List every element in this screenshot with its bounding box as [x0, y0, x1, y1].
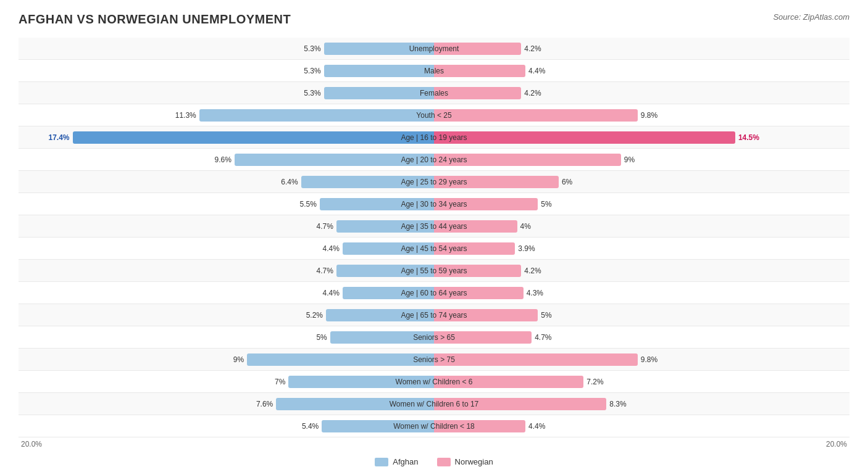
- chart-row: 6.4% Age | 25 to 29 years 6%: [19, 171, 849, 193]
- afghan-value: 5.4%: [302, 422, 322, 431]
- right-section: 4%: [434, 215, 849, 237]
- afghan-swatch: [375, 458, 388, 466]
- right-section: 6%: [434, 171, 849, 192]
- afghan-bar: 9%: [247, 353, 434, 366]
- right-section: 9.8%: [434, 349, 849, 370]
- right-section: 14.5%: [434, 126, 849, 148]
- norwegian-bar: 4.2%: [434, 265, 521, 277]
- left-section: 4.4%: [19, 238, 434, 259]
- chart-row: 4.7% Age | 55 to 59 years 4.2%: [19, 260, 849, 282]
- norwegian-bar: 4%: [434, 220, 517, 233]
- norwegian-value: 7.2%: [583, 378, 603, 386]
- afghan-value: 5.3%: [304, 89, 323, 97]
- afghan-value: 9.6%: [215, 155, 235, 164]
- afghan-bar: 6.4%: [301, 176, 434, 188]
- norwegian-bar: 5%: [434, 198, 538, 210]
- right-section: 8.3%: [434, 393, 849, 415]
- afghan-bar: 5.3%: [324, 87, 434, 99]
- bar-container: 9% Seniors > 75 9.8%: [19, 349, 849, 370]
- left-section: 4.4%: [19, 282, 434, 304]
- left-section: 11.3%: [19, 104, 434, 126]
- afghan-value: 5.2%: [306, 311, 326, 320]
- chart-row: 4.4% Age | 60 to 64 years 4.3%: [19, 282, 849, 304]
- left-section: 9%: [19, 349, 434, 370]
- afghan-value: 5%: [316, 333, 330, 342]
- bar-container: 7% Women w/ Children < 6 7.2%: [19, 371, 849, 392]
- left-section: 7%: [19, 371, 434, 392]
- chart-title: AFGHAN VS NORWEGIAN UNEMPLOYMENT: [19, 12, 291, 27]
- norwegian-value: 4.7%: [532, 333, 551, 342]
- afghan-bar: 17.4%: [73, 131, 435, 144]
- chart-row: 4.4% Age | 45 to 54 years 3.9%: [19, 238, 849, 260]
- afghan-value: 5.3%: [304, 44, 323, 53]
- norwegian-label: Norwegian: [455, 457, 493, 466]
- afghan-bar: 5.2%: [326, 309, 434, 321]
- source-label: Source: ZipAtlas.com: [773, 12, 849, 22]
- left-section: 5.2%: [19, 304, 434, 326]
- norwegian-value: 4.2%: [521, 44, 541, 53]
- afghan-value: 7.6%: [256, 400, 276, 408]
- norwegian-bar: 9.8%: [434, 353, 638, 366]
- norwegian-bar: 4.3%: [434, 287, 524, 299]
- afghan-bar: 5.4%: [322, 420, 434, 432]
- norwegian-bar: 9%: [434, 154, 621, 166]
- afghan-bar: 4.7%: [336, 220, 434, 233]
- left-section: 5.3%: [19, 60, 434, 81]
- left-section: 5.3%: [19, 38, 434, 59]
- right-section: 4.2%: [434, 260, 849, 281]
- norwegian-value: 14.5%: [735, 133, 759, 142]
- norwegian-value: 6%: [559, 178, 572, 186]
- norwegian-swatch: [437, 458, 451, 466]
- right-section: 5%: [434, 304, 849, 326]
- chart-row: 5.4% Women w/ Children < 18 4.4%: [19, 415, 849, 437]
- right-section: 4.2%: [434, 82, 849, 104]
- norwegian-bar: 4.4%: [434, 65, 525, 77]
- chart-row: 5.3% Unemployment 4.2%: [19, 38, 849, 60]
- left-section: 7.6%: [19, 393, 434, 415]
- norwegian-bar: 14.5%: [434, 131, 735, 144]
- right-section: 3.9%: [434, 238, 849, 259]
- left-section: 6.4%: [19, 171, 434, 192]
- afghan-value: 9%: [233, 355, 247, 364]
- afghan-value: 4.4%: [323, 244, 343, 253]
- norwegian-value: 9.8%: [638, 111, 657, 120]
- left-section: 9.6%: [19, 149, 434, 170]
- bar-container: 5.3% Unemployment 4.2%: [19, 38, 849, 59]
- right-section: 5%: [434, 193, 849, 215]
- bar-container: 4.4% Age | 60 to 64 years 4.3%: [19, 282, 849, 304]
- afghan-bar: 4.4%: [343, 242, 434, 255]
- norwegian-bar: 4.2%: [434, 43, 521, 55]
- norwegian-value: 4%: [517, 222, 531, 231]
- chart-row: 9% Seniors > 75 9.8%: [19, 349, 849, 371]
- right-section: 9%: [434, 149, 849, 170]
- afghan-bar: 11.3%: [199, 109, 434, 122]
- left-section: 5.5%: [19, 193, 434, 215]
- left-section: 5.3%: [19, 82, 434, 104]
- norwegian-value: 4.2%: [521, 267, 541, 275]
- afghan-bar: 5.5%: [320, 198, 434, 210]
- bar-container: 5.2% Age | 65 to 74 years 5%: [19, 304, 849, 326]
- afghan-value: 4.7%: [317, 267, 336, 275]
- afghan-bar: 5.3%: [324, 65, 434, 77]
- afghan-value: 7%: [275, 378, 288, 386]
- norwegian-value: 3.9%: [515, 244, 535, 253]
- norwegian-value: 4.4%: [525, 67, 545, 75]
- norwegian-value: 4.2%: [521, 89, 541, 97]
- afghan-value: 4.7%: [317, 222, 336, 231]
- chart-row: 4.7% Age | 35 to 44 years 4%: [19, 215, 849, 238]
- norwegian-bar: 7.2%: [434, 376, 583, 388]
- chart-row: 5% Seniors > 65 4.7%: [19, 326, 849, 349]
- bar-container: 5.3% Females 4.2%: [19, 82, 849, 104]
- afghan-bar: 4.4%: [343, 287, 434, 299]
- norwegian-bar: 4.2%: [434, 87, 521, 99]
- afghan-bar: 5.3%: [324, 43, 434, 55]
- bar-container: 5.3% Males 4.4%: [19, 60, 849, 81]
- afghan-value: 4.4%: [323, 289, 343, 297]
- afghan-value: 5.3%: [304, 67, 323, 75]
- afghan-value: 17.4%: [48, 133, 72, 142]
- legend-norwegian: Norwegian: [437, 457, 493, 466]
- chart-row: 11.3% Youth < 25 9.8%: [19, 104, 849, 126]
- left-section: 4.7%: [19, 215, 434, 237]
- axis-row: 20.0% 20.0%: [19, 440, 849, 448]
- norwegian-value: 4.4%: [525, 422, 545, 431]
